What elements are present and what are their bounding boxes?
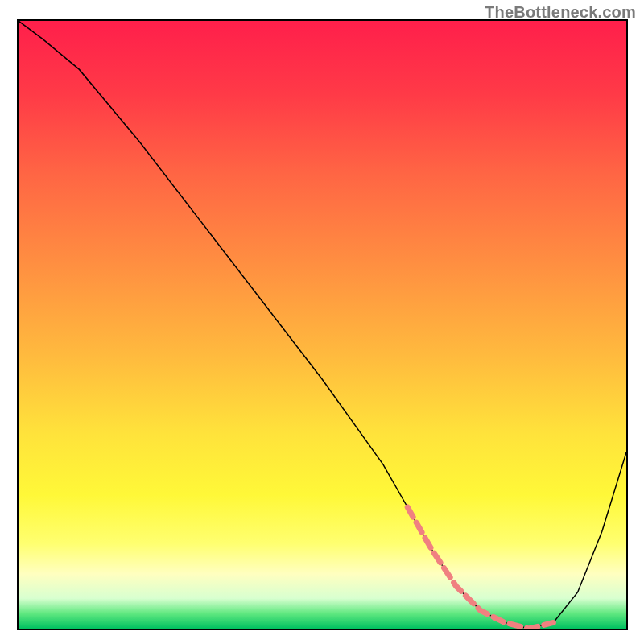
chart-svg — [19, 21, 626, 629]
chart-background — [19, 21, 626, 629]
chart-plot-area — [17, 19, 628, 630]
watermark-text: TheBottleneck.com — [485, 3, 636, 22]
